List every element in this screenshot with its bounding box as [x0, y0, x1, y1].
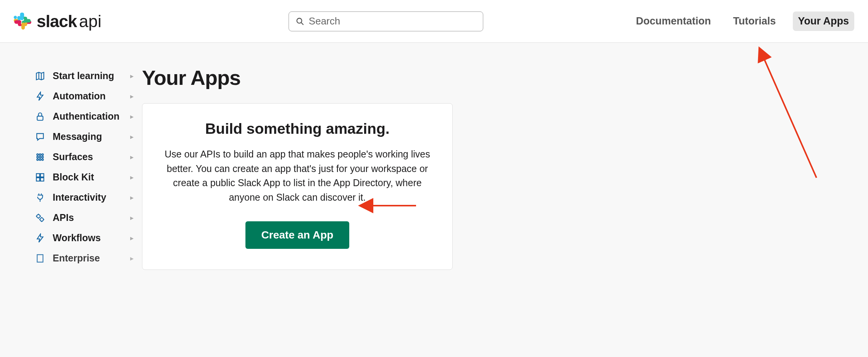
card-description: Use our APIs to build an app that makes …: [161, 147, 433, 204]
svg-point-18: [37, 156, 38, 157]
chevron-right-icon: ▸: [130, 254, 134, 263]
sidebar-item-label: Surfaces: [53, 151, 131, 162]
nav-documentation[interactable]: Documentation: [631, 11, 716, 31]
chevron-right-icon: ▸: [130, 234, 134, 242]
svg-point-21: [37, 159, 38, 160]
chevron-right-icon: ▸: [130, 92, 134, 101]
bolt-icon: [35, 91, 45, 101]
sidebar-item-label: Authentication: [53, 111, 131, 122]
svg-point-19: [39, 156, 41, 157]
sidebar-item-surfaces[interactable]: Surfaces ▸: [35, 147, 131, 167]
search-icon: [296, 17, 304, 26]
search: [289, 11, 483, 31]
svg-point-28: [37, 214, 40, 218]
svg-point-17: [42, 154, 43, 155]
search-input[interactable]: [309, 15, 476, 27]
sidebar: Start learning ▸ Automation ▸ Authentica…: [35, 66, 131, 270]
sidebar-item-apis[interactable]: APIs ▸: [35, 208, 131, 228]
svg-point-15: [37, 154, 38, 155]
logo[interactable]: slackapi: [14, 12, 102, 31]
create-app-button[interactable]: Create an App: [245, 221, 350, 249]
chevron-right-icon: ▸: [130, 214, 134, 222]
page-title: Your Apps: [142, 66, 453, 89]
nav-your-apps[interactable]: Your Apps: [793, 11, 855, 31]
search-box[interactable]: [289, 11, 483, 31]
plug-icon: [35, 193, 45, 203]
sidebar-item-label: Start learning: [53, 70, 131, 81]
grid-icon: [35, 152, 45, 162]
logo-text: slackapi: [37, 12, 102, 31]
top-header: slackapi Documentation Tutorials Your Ap…: [0, 0, 868, 43]
svg-point-29: [40, 218, 44, 221]
svg-point-22: [39, 159, 41, 160]
svg-rect-14: [37, 116, 43, 120]
slack-logo-icon: [14, 13, 31, 30]
svg-rect-30: [37, 255, 43, 262]
sidebar-item-label: Block Kit: [53, 172, 131, 183]
bolt-icon: [35, 233, 45, 243]
nav-tutorials[interactable]: Tutorials: [728, 11, 781, 31]
main-content: Your Apps Build something amazing. Use o…: [142, 66, 453, 270]
chevron-right-icon: ▸: [130, 133, 134, 141]
nav-links: Documentation Tutorials Your Apps: [631, 11, 854, 31]
chevron-right-icon: ▸: [130, 153, 134, 161]
svg-line-13: [301, 22, 303, 24]
svg-rect-27: [40, 178, 44, 181]
sidebar-item-authentication[interactable]: Authentication ▸: [35, 106, 131, 127]
svg-rect-24: [36, 174, 40, 177]
svg-point-23: [42, 159, 43, 160]
svg-point-16: [39, 154, 41, 155]
sidebar-item-automation[interactable]: Automation ▸: [35, 86, 131, 106]
building-icon: [35, 253, 45, 263]
svg-rect-26: [36, 178, 40, 181]
sidebar-item-label: Interactivity: [53, 192, 131, 203]
svg-point-20: [42, 156, 43, 157]
chat-icon: [35, 132, 45, 142]
sidebar-item-block-kit[interactable]: Block Kit ▸: [35, 167, 131, 187]
sidebar-item-label: Workflows: [53, 232, 131, 243]
card-heading: Build something amazing.: [161, 120, 433, 137]
sidebar-item-start-learning[interactable]: Start learning ▸: [35, 66, 131, 86]
sidebar-item-label: Messaging: [53, 131, 131, 142]
blocks-icon: [35, 172, 45, 182]
sidebar-item-workflows[interactable]: Workflows ▸: [35, 228, 131, 248]
chevron-right-icon: ▸: [130, 72, 134, 80]
sidebar-item-label: Enterprise: [53, 253, 131, 264]
chevron-right-icon: ▸: [130, 193, 134, 202]
sidebar-item-label: Automation: [53, 91, 131, 102]
sidebar-item-enterprise[interactable]: Enterprise ▸: [35, 248, 131, 268]
sidebar-item-interactivity[interactable]: Interactivity ▸: [35, 187, 131, 208]
map-icon: [35, 71, 45, 81]
empty-state-card: Build something amazing. Use our APIs to…: [142, 103, 453, 270]
chevron-right-icon: ▸: [130, 112, 134, 121]
chevron-right-icon: ▸: [130, 173, 134, 182]
gears-icon: [35, 213, 45, 223]
sidebar-item-label: APIs: [53, 212, 131, 223]
lock-icon: [35, 112, 45, 122]
sidebar-item-messaging[interactable]: Messaging ▸: [35, 127, 131, 147]
svg-rect-25: [40, 174, 44, 177]
